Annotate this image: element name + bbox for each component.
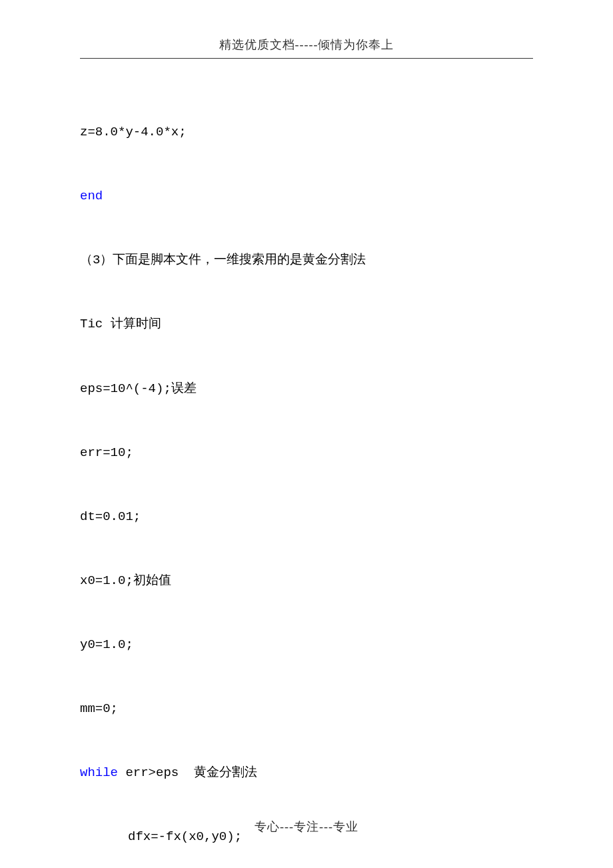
document-page: 精选优质文档-----倾情为你奉上 z=8.0*y-4.0*x; end （3）… [0, 0, 613, 868]
code-line: z=8.0*y-4.0*x; [80, 116, 533, 148]
header-title: 精选优质文档-----倾情为你奉上 [219, 38, 394, 51]
code-line: dt=0.01; [80, 501, 533, 533]
page-header: 精选优质文档-----倾情为你奉上 [80, 37, 533, 58]
code-line: mm=0; [80, 693, 533, 725]
code-line: Tic 计算时间 [80, 308, 533, 340]
code-line: y0=1.0; [80, 629, 533, 661]
code-line: （3）下面是脚本文件，一维搜索用的是黄金分割法 [80, 244, 533, 276]
header-divider [80, 58, 533, 59]
keyword-while: while [80, 765, 118, 780]
code-content: z=8.0*y-4.0*x; end （3）下面是脚本文件，一维搜索用的是黄金分… [80, 84, 533, 868]
code-line: err=10; [80, 437, 533, 469]
footer-text: 专心---专注---专业 [255, 820, 358, 833]
keyword-end: end [80, 189, 103, 203]
code-line: x0=1.0;初始值 [80, 565, 533, 597]
code-line: while err>eps 黄金分割法 [80, 757, 533, 789]
code-line: eps=10^(-4);误差 [80, 373, 533, 405]
code-line: end [80, 180, 533, 212]
page-footer: 专心---专注---专业 [0, 819, 613, 835]
